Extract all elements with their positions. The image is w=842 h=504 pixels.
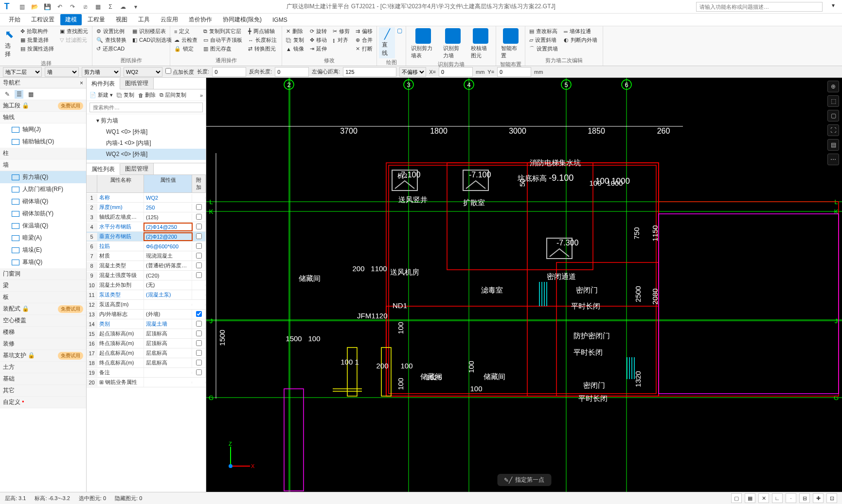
property-row[interactable]: 5 垂直分布钢筋 (2)Φ12@200: [87, 232, 206, 242]
qat-new-icon[interactable]: ▥: [18, 2, 26, 11]
nav-section[interactable]: 基础: [0, 373, 86, 385]
pick-component[interactable]: ✥拾取构件: [18, 27, 56, 35]
batch-select[interactable]: ▦批量选择: [18, 36, 56, 44]
nav-item[interactable]: 幕墙(Q): [0, 256, 86, 268]
prop-addon-check[interactable]: [196, 369, 202, 375]
nav-section[interactable]: 装修: [0, 338, 86, 350]
property-row[interactable]: 12 泵送高度(m): [87, 300, 206, 310]
nav-section[interactable]: 空心楼盖: [0, 315, 86, 327]
set-scale[interactable]: ⚙设置比例: [94, 27, 128, 35]
trim[interactable]: ✂修剪: [331, 27, 352, 35]
rev-length-input[interactable]: [275, 67, 309, 77]
copy-to-floor[interactable]: ⧉复制到其它层: [201, 27, 244, 35]
prop-value[interactable]: 层底标高: [144, 348, 192, 358]
property-row[interactable]: 19 备注: [87, 368, 206, 378]
prop-value[interactable]: (混凝土泵): [144, 290, 192, 299]
select-button[interactable]: ⬉ 选择: [2, 27, 17, 59]
floor-select[interactable]: 地下二层: [3, 67, 42, 77]
prop-value[interactable]: (C20): [144, 272, 192, 279]
nav-section[interactable]: 其它: [0, 385, 86, 397]
prop-value[interactable]: WQ2: [144, 194, 192, 202]
prop-addon-check[interactable]: [196, 321, 202, 327]
nav-section[interactable]: 装配式 🔒免费试用: [0, 303, 86, 315]
offset-mode-select[interactable]: 不偏移: [399, 67, 426, 77]
nav-item[interactable]: 砌体加筋(Y): [0, 208, 86, 220]
nav-section[interactable]: 板: [0, 292, 86, 303]
merge[interactable]: ⊕合并: [354, 36, 375, 44]
nav-item[interactable]: 轴网(J): [0, 123, 86, 136]
tab-layer-mgr[interactable]: 图层管理: [120, 163, 154, 174]
prop-addon-check[interactable]: [196, 253, 202, 259]
menu-quantity[interactable]: 工程量: [83, 14, 110, 25]
qat-favorite-icon[interactable]: ⎚: [81, 2, 90, 11]
nav-item[interactable]: 辅助轴线(O): [0, 136, 86, 148]
menu-project-settings[interactable]: 工程设置: [26, 14, 59, 25]
delete[interactable]: ✕删除: [284, 27, 306, 35]
menu-igms[interactable]: IGMS: [268, 15, 292, 25]
prop-addon-check[interactable]: [196, 340, 202, 346]
nav-view-1-icon[interactable]: ✎: [3, 90, 12, 99]
prop-value[interactable]: 层底标高: [144, 358, 192, 367]
property-row[interactable]: 2 厚度(mm) 250: [87, 203, 206, 212]
prop-value[interactable]: 层顶标高: [144, 329, 192, 338]
property-row[interactable]: 6 拉筋 Φ6@600*600: [87, 242, 206, 251]
type-select[interactable]: 剪力墙: [82, 67, 121, 77]
recognize-floor-table[interactable]: ▦识别楼层表: [130, 27, 174, 35]
menu-collab[interactable]: 协同建模(限免): [218, 14, 267, 25]
prop-addon-check[interactable]: [196, 350, 202, 356]
vp-more-icon[interactable]: ⋯: [827, 154, 839, 165]
sb-mode-2-icon[interactable]: ▦: [745, 493, 755, 503]
qat-save-icon[interactable]: 💾: [43, 2, 52, 11]
property-row[interactable]: 16 终点顶标高(m) 层顶标高: [87, 339, 206, 348]
property-row[interactable]: 8 混凝土类型 (普通砼(坍落度10…: [87, 261, 206, 271]
nav-section[interactable]: 土方: [0, 362, 86, 373]
property-row[interactable]: 7 材质 现浇混凝土: [87, 251, 206, 261]
property-row[interactable]: 20 ⊞ 钢筋业务属性: [87, 378, 206, 387]
convert-element[interactable]: ⇄转换图元: [246, 45, 279, 53]
prop-value[interactable]: 层顶标高: [144, 339, 192, 348]
sb-snap-1-icon[interactable]: ✕: [758, 493, 769, 503]
select-by-prop[interactable]: ▤按属性选择: [18, 45, 56, 53]
qat-undo-icon[interactable]: ↶: [55, 2, 64, 11]
vp-layer-icon[interactable]: ▤: [827, 139, 839, 151]
length-input[interactable]: [212, 67, 246, 77]
copy-component-button[interactable]: ⿻ 复制: [117, 91, 134, 99]
vp-fit-icon[interactable]: ⛶: [827, 124, 839, 136]
prop-addon-check[interactable]: [196, 204, 202, 210]
nav-item[interactable]: 保温墙(Q): [0, 220, 86, 232]
define[interactable]: ≡定义: [172, 27, 199, 35]
check-elev[interactable]: ▤查改标高: [527, 27, 560, 35]
mirror[interactable]: ▲镜像: [284, 45, 306, 53]
vp-3d-icon[interactable]: ⬚: [827, 95, 839, 107]
nav-section[interactable]: 基坑支护 🔒免费试用: [0, 350, 86, 362]
vp-globe-icon[interactable]: ⊕: [827, 81, 839, 92]
judge-in-out[interactable]: ◐判断内外墙: [562, 36, 599, 44]
prop-addon-check[interactable]: [196, 262, 202, 268]
lock[interactable]: 🔒锁定: [172, 45, 199, 53]
property-row[interactable]: 9 混凝土强度等级 (C20): [87, 271, 206, 280]
nav-item[interactable]: 墙垛(E): [0, 244, 86, 256]
prop-addon-check[interactable]: [196, 330, 202, 336]
move[interactable]: ✥移动: [308, 36, 329, 44]
prop-value[interactable]: 现浇混凝土: [144, 251, 192, 261]
component-select[interactable]: WQ2: [124, 67, 162, 77]
point-length-check[interactable]: 点加长度: [165, 68, 194, 76]
property-row[interactable]: 17 起点底标高(m) 层底标高: [87, 348, 206, 358]
prop-value[interactable]: 250: [144, 204, 192, 211]
prop-value[interactable]: (2)Φ14@250: [144, 223, 192, 231]
prop-addon-check[interactable]: [196, 272, 202, 278]
component-search-input[interactable]: [90, 103, 203, 112]
two-point-axis[interactable]: ╋两点辅轴: [246, 27, 279, 35]
prop-addon-check[interactable]: [196, 311, 202, 317]
find-replace[interactable]: 🔍查找替换: [94, 36, 128, 44]
tree-innerwall1[interactable]: 内墙-1 <0> [内墙]: [87, 138, 206, 149]
prop-value[interactable]: (无): [144, 280, 192, 290]
copy[interactable]: ⿻复制: [284, 36, 306, 44]
property-row[interactable]: 1 名称 WQ2: [87, 193, 206, 203]
prop-addon-check[interactable]: [196, 224, 202, 229]
menu-modeling[interactable]: 建模: [60, 14, 82, 25]
tab-drawing-mgr[interactable]: 图纸管理: [120, 78, 154, 89]
tab-property-list[interactable]: 属性列表: [87, 164, 120, 175]
prop-addon-check[interactable]: [196, 360, 202, 365]
offset[interactable]: ⇉偏移: [354, 27, 375, 35]
